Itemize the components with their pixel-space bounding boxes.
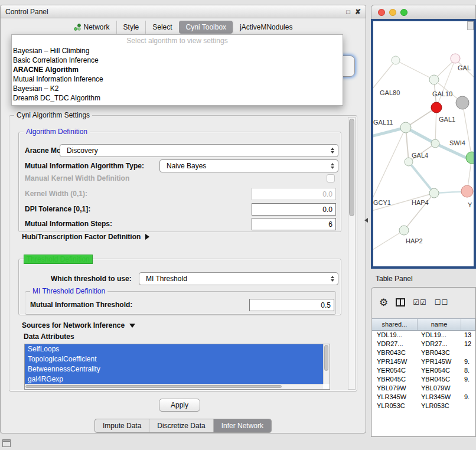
table-row[interactable]: YBR043CYBR043C xyxy=(372,348,475,357)
data-attribute-item[interactable]: TopologicalCoefficient xyxy=(25,354,323,364)
tab-impute-data[interactable]: Impute Data xyxy=(95,419,149,432)
network-edge[interactable] xyxy=(396,60,434,80)
network-node[interactable] xyxy=(431,102,442,113)
network-node[interactable] xyxy=(405,158,413,166)
table-cell: 9. xyxy=(461,393,475,402)
table-cell xyxy=(461,384,475,393)
tab-cyni-toolbox[interactable]: Cyni Toolbox xyxy=(179,21,233,34)
tab-infer-network[interactable]: Infer Network xyxy=(213,419,271,432)
scrollbar-thumb[interactable] xyxy=(25,385,282,388)
network-node-label: GAL10 xyxy=(432,90,452,97)
tab-label: Style xyxy=(123,23,139,31)
network-node[interactable] xyxy=(429,188,439,198)
table-cell: YBR043C xyxy=(418,348,461,357)
tab-select[interactable]: Select xyxy=(145,21,178,34)
restore-panel-icon[interactable] xyxy=(2,439,11,447)
table-row[interactable]: YLR345WYLR345W9. xyxy=(372,393,475,402)
control-panel-tab-bar: Network Style Select Cyni Toolbox jActiv… xyxy=(1,19,366,35)
minimize-traffic-light-icon[interactable] xyxy=(389,9,396,16)
tab-discretize-data[interactable]: Discretize Data xyxy=(149,419,213,432)
close-window-icon[interactable]: ✘ xyxy=(355,8,361,16)
network-icon xyxy=(74,24,81,31)
table-cell: 12 xyxy=(461,340,475,348)
network-node[interactable] xyxy=(429,75,439,84)
algorithm-option[interactable]: ARACNE Algorithm xyxy=(12,65,343,74)
network-node[interactable] xyxy=(431,139,439,148)
network-edge[interactable] xyxy=(436,59,455,107)
scrollbar-thumb[interactable] xyxy=(324,345,328,371)
which-threshold-select[interactable]: MI Threshold xyxy=(139,272,338,285)
tab-jactivemnodules[interactable]: jActiveMNodules xyxy=(233,21,299,34)
which-threshold-label: Which threshold to use: xyxy=(51,272,132,285)
data-attributes-list[interactable]: SelfLoopsTopologicalCoefficientBetweenne… xyxy=(24,344,330,390)
network-edge[interactable] xyxy=(409,162,434,193)
float-window-icon[interactable]: □ xyxy=(346,8,350,15)
table-row[interactable]: YPR145WYPR145W9. xyxy=(372,357,475,366)
network-edge[interactable] xyxy=(462,103,472,158)
network-canvas[interactable]: GAL80GALGAL10GAL11GAL1SWI4GAL4GCY1HAP4HA… xyxy=(371,19,476,269)
scrollbar-thumb[interactable] xyxy=(349,119,354,216)
network-node[interactable] xyxy=(461,185,473,197)
aracne-mode-select[interactable]: Discovery xyxy=(60,144,338,157)
attributes-vertical-scrollbar[interactable] xyxy=(323,344,330,384)
select-all-columns-icon[interactable]: ☑☑ xyxy=(413,298,427,306)
hub-definition-disclosure[interactable]: Hub/Transcription Factor Definition xyxy=(22,233,149,241)
network-window-titlebar[interactable] xyxy=(371,5,476,19)
algorithm-dropdown-popup: Select algorithm to view settingsBayesia… xyxy=(11,34,343,106)
table-body: YDL19...YDL19...13YDR27...YDR27...12YBR0… xyxy=(372,331,475,410)
network-node[interactable] xyxy=(400,122,411,133)
network-node[interactable] xyxy=(399,226,409,235)
columns-icon[interactable] xyxy=(396,298,405,306)
sources-disclosure[interactable]: Sources for Network Inference xyxy=(22,321,135,330)
network-node-label: GCY1 xyxy=(373,199,391,206)
algorithm-option[interactable]: Dream8 DC_TDC Algorithm xyxy=(12,93,343,103)
algorithm-option[interactable]: Bayesian – K2 xyxy=(12,84,343,93)
attributes-horizontal-scrollbar[interactable] xyxy=(25,384,323,389)
algorithm-option[interactable]: Basic Correlation Inference xyxy=(12,56,343,65)
network-node[interactable] xyxy=(466,152,474,164)
data-attribute-item[interactable]: gal4RGexp xyxy=(25,374,323,384)
table-row[interactable]: YLR053CYLR053C xyxy=(372,402,475,410)
table-column-header[interactable] xyxy=(461,319,475,330)
table-row[interactable]: YBL079WYBL079W xyxy=(372,384,475,393)
table-column-header[interactable]: name xyxy=(418,319,461,330)
gear-icon[interactable]: ⚙ xyxy=(379,298,388,308)
data-attribute-item[interactable]: SelfLoops xyxy=(25,344,323,354)
network-edge[interactable] xyxy=(373,60,396,92)
table-cell: YBL079W xyxy=(418,384,461,393)
close-traffic-light-icon[interactable] xyxy=(378,9,385,16)
deselect-all-columns-icon[interactable]: ☐☐ xyxy=(435,298,449,306)
zoom-traffic-light-icon[interactable] xyxy=(400,9,407,16)
algorithm-option[interactable]: Bayesian – Hill Climbing xyxy=(12,46,343,56)
apply-button[interactable]: Apply xyxy=(159,399,200,412)
panel-collapse-arrow-icon[interactable] xyxy=(364,218,368,223)
kernel-width-field[interactable] xyxy=(252,188,336,200)
data-attribute-item[interactable]: BetweennessCentrality xyxy=(25,364,323,374)
table-row[interactable]: YER054CYER054C8. xyxy=(372,366,475,375)
table-row[interactable]: YBR045CYBR045C9. xyxy=(372,375,475,384)
table-row[interactable]: YDR27...YDR27...12 xyxy=(372,340,475,348)
control-panel-titlebar[interactable]: Control Panel □ ✘ xyxy=(1,5,366,18)
network-node[interactable] xyxy=(456,96,469,109)
network-node[interactable] xyxy=(451,54,460,63)
mi-steps-field[interactable] xyxy=(252,218,336,230)
manual-kernel-checkbox[interactable] xyxy=(327,174,335,182)
dpi-tolerance-field[interactable] xyxy=(252,203,336,216)
tab-network[interactable]: Network xyxy=(67,21,116,34)
network-node[interactable] xyxy=(392,56,400,64)
table-cell: YBL079W xyxy=(372,384,418,393)
tab-style[interactable]: Style xyxy=(116,21,146,34)
table-cell: YLR053C xyxy=(418,402,461,410)
table-row[interactable]: YDL19...YDL19...13 xyxy=(372,331,475,340)
table-cell: YPR145W xyxy=(372,357,418,366)
cyni-mode-tabs: Impute Data Discretize Data Infer Networ… xyxy=(94,419,272,433)
network-edge[interactable] xyxy=(373,230,404,252)
mi-threshold-field[interactable] xyxy=(249,299,334,311)
algorithm-option[interactable]: Mutual Information Inference xyxy=(12,74,343,84)
network-node-label: GAL xyxy=(458,64,471,71)
settings-vertical-scrollbar[interactable] xyxy=(348,117,356,390)
table-cell: YDL19... xyxy=(418,331,461,340)
mi-type-select[interactable]: Naive Bayes xyxy=(159,159,338,172)
table-column-header[interactable]: shared... xyxy=(372,319,418,330)
network-edge[interactable] xyxy=(373,128,406,204)
